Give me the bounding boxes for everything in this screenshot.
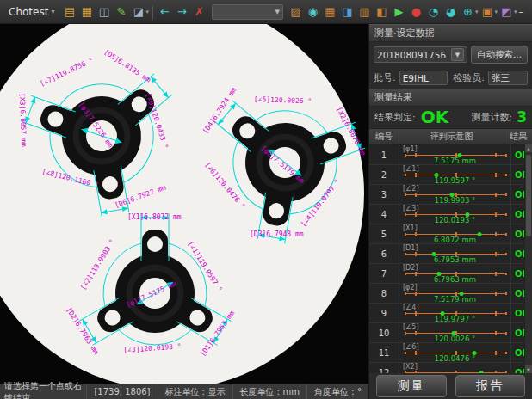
- edit-icon[interactable]: ✎: [113, 3, 129, 20]
- dataset-select[interactable]: 201808091756 ▼: [374, 46, 467, 63]
- table-row[interactable]: 10[∠5]120.0026 °OK: [369, 323, 532, 343]
- minimize-button[interactable]: –: [518, 7, 523, 17]
- calibrate-icon[interactable]: ⊕: [460, 3, 476, 20]
- view-mode-icon[interactable]: ▣: [479, 3, 495, 20]
- chevron-down-icon[interactable]: ▾: [145, 9, 149, 15]
- row-number: 5: [369, 224, 399, 243]
- measurement-canvas[interactable]: [D5]6.8135 mm[∠7]119.8756 °[∠9]120.0433 …: [0, 24, 368, 384]
- feature-label: [D1]: [403, 244, 418, 252]
- toolbar: ▤▦◫✎◪▾←→✗▼▨◉▦◨▥◧▶●◔◕⊕▾▣▾◩▾: [61, 3, 517, 20]
- chevron-down-icon[interactable]: ▾: [475, 9, 479, 15]
- chevron-down-icon[interactable]: ▼: [451, 48, 464, 61]
- magnification-combobox[interactable]: ▼: [212, 4, 283, 20]
- tolerance-tick: [405, 371, 406, 373]
- zoom-icon[interactable]: ◉: [305, 3, 321, 20]
- row-number: 3: [369, 185, 399, 204]
- auto-search-button[interactable]: 自动搜索...: [471, 46, 528, 64]
- tolerance-bar: [405, 234, 505, 235]
- report-button[interactable]: 报告: [455, 375, 526, 397]
- table-row[interactable]: 12[X2]OK: [369, 363, 532, 373]
- table-row[interactable]: 1[φ1]7.5175 mmOK: [369, 145, 532, 165]
- image-icon[interactable]: ▨: [288, 3, 304, 20]
- angle-unit[interactable]: 角度单位：°: [306, 384, 368, 399]
- table-row[interactable]: 8[φ2]7.5179 mmOK: [369, 284, 532, 304]
- record-icon[interactable]: ●: [408, 3, 424, 20]
- row-number: 6: [369, 244, 399, 263]
- inspector-input[interactable]: [488, 71, 528, 85]
- judgment-row: 结果判定: OK 测量计数: 3: [369, 107, 532, 128]
- feature-label: [D2]: [403, 264, 418, 272]
- measured-value: 7.5179 mm: [399, 295, 510, 304]
- table-row[interactable]: 3[∠2]119.9903 °OK: [369, 185, 532, 205]
- feature-label: [∠1]: [403, 165, 419, 173]
- measured-value: 120.0026 °: [399, 335, 510, 343]
- display-icon[interactable]: ◨: [339, 3, 356, 20]
- delete-icon[interactable]: ✗: [191, 3, 207, 20]
- result-section-header: 测量结果: [369, 89, 532, 107]
- save-icon[interactable]: ◫: [96, 3, 112, 20]
- row-number: 7: [369, 264, 399, 283]
- back-icon[interactable]: ←: [157, 3, 173, 20]
- feature-label: [∠4]: [403, 304, 419, 311]
- judgment-value: OK: [421, 108, 449, 126]
- forward-icon[interactable]: →: [174, 3, 190, 20]
- table-row[interactable]: 4[∠3]120.0193 °OK: [369, 205, 532, 224]
- length-unit[interactable]: 长度单位：mm: [232, 384, 306, 399]
- count-label: 测量计数:: [471, 111, 512, 124]
- tolerance-tick: [415, 371, 417, 373]
- tolerance-bar: [405, 155, 505, 156]
- statusbar: 请选择第一个点或右键结束 [1739, 1806] 标注单位：显示 长度单位：m…: [0, 384, 368, 399]
- tolerance-bar: [405, 254, 505, 255]
- measured-value: 120.0476 °: [399, 354, 510, 363]
- cursor-coordinates: [1739, 1806]: [86, 384, 157, 399]
- select-tool-icon[interactable]: ◔: [425, 3, 442, 20]
- results-table-header: 编号 评判示意图 结果: [369, 129, 532, 145]
- scroll-up-icon[interactable]: ▲: [525, 144, 532, 152]
- measured-value: 7.5175 mm: [399, 157, 510, 165]
- measure-button[interactable]: 测量: [376, 375, 447, 397]
- table-row[interactable]: 6[D1]6.7953 mmOK: [369, 244, 532, 264]
- measured-value: 119.9797 °: [399, 315, 510, 323]
- app-menu[interactable]: Chotest ▾: [3, 4, 59, 20]
- chevron-down-icon[interactable]: ▾: [494, 9, 498, 15]
- scrollbar-thumb[interactable]: [526, 155, 531, 236]
- count-value: 3: [517, 110, 527, 125]
- grid-icon[interactable]: ▦: [322, 3, 338, 20]
- inspector-label: 检验员:: [453, 71, 485, 84]
- table-row[interactable]: 7[D2]6.7963 mmOK: [369, 264, 532, 284]
- titlebar: Chotest ▾ ▤▦◫✎◪▾←→✗▼▨◉▦◨▥◧▶●◔◕⊕▾▣▾◩▾ –▢×: [0, 0, 532, 24]
- scroll-down-icon[interactable]: ▼: [525, 365, 532, 373]
- new-file-icon[interactable]: ▤: [61, 3, 77, 20]
- tolerance-diagram: [D1]6.7953 mm: [399, 244, 511, 263]
- measured-value: 119.9903 °: [399, 196, 510, 205]
- table-row[interactable]: 5[X1]6.8072 mmOK: [369, 224, 532, 244]
- settings-icon[interactable]: ◩: [498, 3, 515, 20]
- feature-label: [∠2]: [403, 185, 419, 193]
- chevron-down-icon[interactable]: ▾: [514, 9, 517, 15]
- tolerance-tick: [505, 371, 507, 373]
- results-table: 编号 评判示意图 结果 1[φ1]7.5175 mmOK2[∠1]119.959…: [369, 128, 532, 373]
- table-row[interactable]: 2[∠1]119.9597 °OK: [369, 165, 532, 185]
- annotation-unit[interactable]: 标注单位：显示: [158, 384, 232, 399]
- judgment-label: 结果判定:: [374, 111, 416, 124]
- batch-input[interactable]: [399, 71, 448, 85]
- chevron-down-icon: ▾: [51, 8, 54, 15]
- rotate-tool-icon[interactable]: ◕: [442, 3, 459, 20]
- dataset-row: 201808091756 ▼ 自动搜索...: [369, 42, 532, 67]
- tolerance-diagram: [∠4]119.9797 °: [399, 304, 511, 322]
- row-number: 12: [369, 363, 399, 373]
- measured-value: 6.8072 mm: [399, 236, 510, 244]
- table-scrollbar[interactable]: ▲ ▼: [524, 144, 532, 373]
- save-as-icon[interactable]: ◪: [130, 3, 146, 20]
- layout-icon[interactable]: ◧: [374, 3, 390, 20]
- measure-icon[interactable]: ▥: [356, 3, 373, 20]
- tolerance-bar: [405, 353, 505, 353]
- open-folder-icon[interactable]: ▦: [78, 3, 95, 20]
- window-controls: –▢×: [518, 7, 532, 17]
- row-number: 4: [369, 205, 399, 224]
- row-number: 10: [369, 323, 399, 342]
- row-number: 8: [369, 284, 399, 303]
- table-row[interactable]: 9[∠4]119.9797 °OK: [369, 304, 532, 323]
- play-icon[interactable]: ▶: [391, 3, 407, 20]
- table-row[interactable]: 11[∠6]120.0476 °OK: [369, 343, 532, 363]
